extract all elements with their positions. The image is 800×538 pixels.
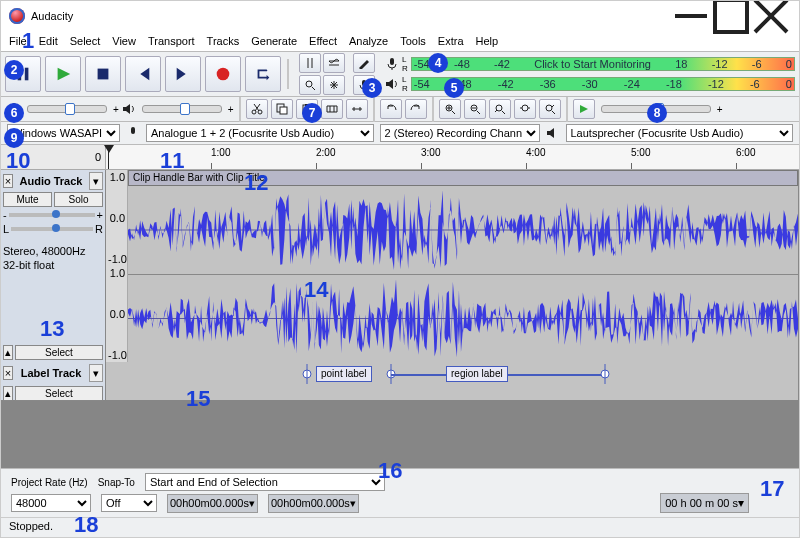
pan-slider[interactable]: LR xyxy=(3,223,103,235)
solo-button[interactable]: Solo xyxy=(54,192,103,207)
meter-lr-label: L R xyxy=(402,55,408,73)
paste-button[interactable] xyxy=(296,99,318,119)
zoom-toggle-button[interactable] xyxy=(539,99,561,119)
mic-meter-icon[interactable] xyxy=(385,57,399,71)
svg-rect-6 xyxy=(362,80,366,86)
tools-toolbar xyxy=(299,53,345,95)
snap-to-select[interactable]: Off xyxy=(101,494,157,512)
silence-button[interactable] xyxy=(346,99,368,119)
selection-mode-select[interactable]: Start and End of Selection xyxy=(145,473,385,491)
playback-meter[interactable]: -54-48-42-36-30-24-18-12-60 xyxy=(411,77,795,91)
meter-toolbar: L R -54-48-42Click to Start Monitoring18… xyxy=(385,54,795,94)
playback-device-select[interactable]: Lautsprecher (Focusrite Usb Audio) xyxy=(566,124,794,142)
speaker-icon xyxy=(546,126,560,140)
status-text: Stopped. xyxy=(9,520,53,532)
zoom-out-button[interactable] xyxy=(464,99,486,119)
region-label-end-handle[interactable] xyxy=(600,364,610,384)
menu-transport[interactable]: Transport xyxy=(148,35,195,47)
clip-title-bar[interactable]: Clip Handle Bar with Clip Title xyxy=(128,170,798,186)
track-close-button[interactable]: × xyxy=(3,174,13,188)
record-button[interactable] xyxy=(205,56,241,92)
track-name[interactable]: Audio Track xyxy=(15,175,87,187)
draw-tool-button[interactable] xyxy=(353,53,375,73)
track-menu-button[interactable]: ▾ xyxy=(89,172,103,190)
window-title: Audacity xyxy=(31,10,73,22)
redo-button[interactable] xyxy=(405,99,427,119)
label-track-name[interactable]: Label Track xyxy=(15,367,87,379)
pause-button[interactable] xyxy=(5,56,41,92)
playback-speed-slider[interactable] xyxy=(601,105,711,113)
mic-icon[interactable] xyxy=(353,75,375,95)
svg-rect-13 xyxy=(303,105,311,114)
device-toolbar: Windows WASAPI Analogue 1 + 2 (Focusrite… xyxy=(1,122,799,145)
menu-select[interactable]: Select xyxy=(70,35,101,47)
timeline-ruler[interactable]: 0 1:002:003:004:005:006:00 xyxy=(1,145,799,170)
region-label[interactable]: region label xyxy=(446,366,508,382)
menu-extra[interactable]: Extra xyxy=(438,35,464,47)
multi-tool-button[interactable] xyxy=(323,75,345,95)
speaker-meter-icon[interactable] xyxy=(385,77,399,91)
track-menu-button[interactable]: ▾ xyxy=(89,364,103,382)
track-format-label: Stereo, 48000Hz xyxy=(3,245,103,257)
point-label[interactable]: point label xyxy=(316,366,372,382)
menu-tracks[interactable]: Tracks xyxy=(207,35,240,47)
minimize-button[interactable] xyxy=(671,2,711,30)
label-area[interactable]: point label region label xyxy=(106,362,799,400)
selection-tool-button[interactable] xyxy=(299,53,321,73)
selection-toolbar: Project Rate (Hz) Snap-To Start and End … xyxy=(1,468,799,537)
mute-button[interactable]: Mute xyxy=(3,192,52,207)
fit-project-button[interactable] xyxy=(514,99,536,119)
select-track-button[interactable]: Select xyxy=(15,345,103,360)
selection-start-field[interactable]: 00h00m00.000s▾ xyxy=(167,494,258,513)
trim-button[interactable] xyxy=(321,99,343,119)
collapse-button[interactable]: ▴ xyxy=(3,345,13,360)
menu-view[interactable]: View xyxy=(112,35,136,47)
audio-position-field[interactable]: 00 h 00 m 00 s▾ xyxy=(660,493,749,513)
menu-generate[interactable]: Generate xyxy=(251,35,297,47)
recording-device-select[interactable]: Analogue 1 + 2 (Focusrite Usb Audio) xyxy=(146,124,374,142)
project-rate-select[interactable]: 48000 xyxy=(11,494,91,512)
point-label-handle[interactable] xyxy=(302,364,312,384)
recording-channels-select[interactable]: 2 (Stereo) Recording Chann xyxy=(380,124,540,142)
record-meter[interactable]: -54-48-42Click to Start Monitoring18-12-… xyxy=(411,57,795,71)
undo-button[interactable] xyxy=(380,99,402,119)
record-volume-slider[interactable] xyxy=(27,105,107,113)
collapse-button[interactable]: ▴ xyxy=(3,386,13,401)
playback-volume-slider[interactable] xyxy=(142,105,222,113)
gain-slider[interactable]: -+ xyxy=(3,209,103,221)
cut-button[interactable] xyxy=(246,99,268,119)
track-close-button[interactable]: × xyxy=(3,366,13,380)
menu-tools[interactable]: Tools xyxy=(400,35,426,47)
menu-effect[interactable]: Effect xyxy=(309,35,337,47)
play-button[interactable] xyxy=(45,56,81,92)
svg-rect-20 xyxy=(131,127,135,134)
selection-end-field[interactable]: 00h00m00.000s▾ xyxy=(268,494,359,513)
label-track-panel[interactable]: ×Label Track▾ ▴Select xyxy=(1,362,106,400)
loop-button[interactable] xyxy=(245,56,281,92)
play-at-speed-button[interactable] xyxy=(573,99,595,119)
menu-analyze[interactable]: Analyze xyxy=(349,35,388,47)
maximize-button[interactable] xyxy=(711,2,751,30)
label-track: ×Label Track▾ ▴Select point label region… xyxy=(1,362,799,400)
svg-rect-0 xyxy=(715,0,747,32)
svg-rect-8 xyxy=(12,103,16,110)
menu-edit[interactable]: Edit xyxy=(39,35,58,47)
skip-start-button[interactable] xyxy=(125,56,161,92)
audio-host-select[interactable]: Windows WASAPI xyxy=(7,124,120,142)
zoom-in-button[interactable] xyxy=(439,99,461,119)
edit-toolbar: + + + xyxy=(1,97,799,122)
close-button[interactable] xyxy=(751,2,791,30)
menu-file[interactable]: File xyxy=(9,35,27,47)
envelope-tool-button[interactable] xyxy=(323,53,345,73)
menu-help[interactable]: Help xyxy=(476,35,499,47)
timeline-start: 0 xyxy=(1,151,105,163)
waveform-area[interactable]: Clip Handle Bar with Clip Title 1.00.0-1… xyxy=(106,170,799,362)
skip-end-button[interactable] xyxy=(165,56,201,92)
copy-button[interactable] xyxy=(271,99,293,119)
select-track-button[interactable]: Select xyxy=(15,386,103,401)
svg-rect-3 xyxy=(98,69,109,80)
stop-button[interactable] xyxy=(85,56,121,92)
zoom-tool-button[interactable] xyxy=(299,75,321,95)
track-control-panel[interactable]: ×Audio Track▾ MuteSolo -+ LR Stereo, 480… xyxy=(1,170,106,362)
fit-selection-button[interactable] xyxy=(489,99,511,119)
